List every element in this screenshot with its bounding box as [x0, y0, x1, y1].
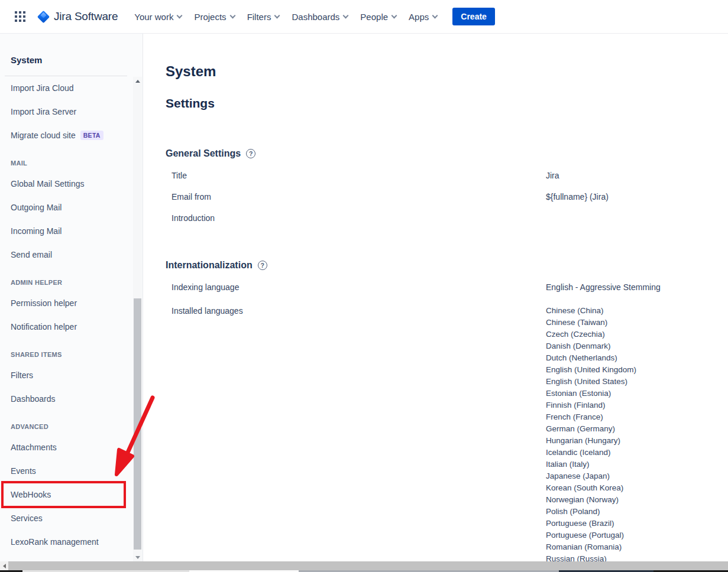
sidebar-item[interactable]: Incoming Mail [0, 219, 143, 243]
nav-menu-item-label: Projects [194, 12, 226, 22]
create-button[interactable]: Create [452, 8, 495, 25]
settings-row: Introduction [166, 207, 728, 229]
language-item: English (United States) [546, 376, 636, 388]
nav-menu-item-label: Filters [247, 12, 271, 22]
nav-menu-item[interactable]: Apps [409, 0, 437, 34]
sidebar-item-label: Permission helper [11, 291, 77, 315]
general-settings-rows: Title Jira Email from ${fullname} (Jira)… [166, 165, 728, 229]
language-item: Chinese (China) [546, 305, 636, 317]
sidebar-item-label: Attachments [11, 436, 57, 459]
scroll-up-button[interactable] [133, 77, 142, 85]
jira-logo[interactable]: Jira Software [35, 10, 118, 23]
page-subtitle: Settings [166, 96, 728, 110]
general-settings-section: General Settings Title Jira Email from $… [166, 148, 728, 229]
language-item: Dutch (Netherlands) [546, 352, 636, 364]
language-item: Chinese (Taiwan) [546, 317, 636, 329]
sidebar-scrollbar-thumb[interactable] [134, 298, 141, 550]
sidebar-group-header-shared-items: SHARED ITEMS [0, 346, 143, 363]
sidebar-group-header-advanced: ADVANCED [0, 418, 143, 436]
sidebar-item-label: Events [11, 459, 36, 483]
scroll-down-button[interactable] [133, 553, 142, 561]
sidebar-item-label: Outgoing Mail [11, 196, 62, 219]
language-item: French (France) [546, 411, 636, 423]
sidebar-item-label: WebHooks [11, 483, 51, 506]
nav-menu-item[interactable]: Filters [247, 0, 280, 34]
sidebar-item[interactable]: Filters [0, 363, 143, 387]
main-menu: Your work Projects Filters Dashboards Pe… [134, 0, 449, 34]
app-name: Jira Software [54, 10, 118, 23]
sidebar-item[interactable]: WebHooks [0, 483, 143, 506]
setting-label: Installed languages [172, 305, 546, 317]
language-item: Portuguese (Brazil) [546, 518, 636, 529]
nav-menu-item-label: Your work [134, 12, 173, 22]
sidebar-item[interactable]: Services [0, 506, 143, 530]
app-switcher-button[interactable] [13, 9, 27, 24]
sidebar-item[interactable]: Attachments [0, 436, 143, 459]
chevron-down-icon [177, 12, 183, 18]
internationalization-section: Internationalization Indexing language E… [166, 260, 728, 561]
nav-menu-item[interactable]: Dashboards [292, 0, 348, 34]
top-navigation: Jira Software Your work Projects Filters… [0, 0, 728, 34]
language-item: German (Germany) [546, 423, 636, 435]
nav-menu-item-label: Dashboards [292, 12, 339, 22]
language-item: Portuguese (Portugal) [546, 529, 636, 541]
chevron-down-icon [229, 12, 235, 18]
nav-menu-item[interactable]: Your work [134, 0, 182, 34]
sidebar-item[interactable]: Notification helper [0, 315, 143, 339]
horizontal-scrollbar[interactable] [0, 561, 728, 570]
installed-languages-list: Chinese (China) Chinese (Taiwan) Czech (… [546, 305, 636, 561]
sidebar-item[interactable]: Send email [0, 243, 143, 266]
page-title: System [166, 64, 728, 79]
language-item: Polish (Poland) [546, 506, 636, 518]
sidebar-item[interactable]: Events [0, 459, 143, 483]
sidebar-item-label: Import Jira Cloud [11, 76, 74, 100]
language-item: Russian (Russia) [546, 553, 636, 561]
setting-label: Introduction [172, 213, 546, 223]
sidebar-item[interactable]: Permission helper [0, 291, 143, 315]
nav-menu-item-label: People [360, 12, 388, 22]
sidebar-group-mail: Global Mail Settings Outgoing Mail Incom… [0, 172, 143, 266]
sidebar-item-label: Global Mail Settings [11, 172, 85, 196]
sidebar-item[interactable]: Import Jira Server [0, 100, 143, 124]
setting-label: Email from [172, 192, 546, 202]
admin-sidebar: System Import Jira Cloud Import Jira Ser… [0, 34, 143, 561]
sidebar-group-header-admin-helper: ADMIN HELPER [0, 274, 143, 291]
sidebar-item[interactable]: Migrate cloud site BETA [0, 124, 143, 147]
scroll-left-button[interactable] [0, 561, 8, 570]
language-item: Czech (Czechia) [546, 329, 636, 340]
section-heading: General Settings [166, 148, 241, 159]
horizontal-scrollbar-thumb[interactable] [8, 561, 728, 570]
language-item: Korean (South Korea) [546, 482, 636, 494]
settings-row: Title Jira [166, 165, 728, 186]
settings-row: Indexing language English - Aggressive S… [166, 277, 728, 298]
sidebar-scrollbar[interactable] [133, 77, 142, 561]
sidebar-title: System [0, 34, 143, 66]
sidebar-item-label: Import Jira Server [11, 100, 76, 124]
section-heading: Internationalization [166, 260, 253, 271]
grid-icon [15, 11, 25, 22]
sidebar-item[interactable]: Dashboards [0, 387, 143, 411]
sidebar-item-label: Filters [11, 363, 33, 387]
sidebar-group-import: Import Jira Cloud Import Jira Server Mig… [0, 76, 143, 147]
language-item: Icelandic (Iceland) [546, 447, 636, 459]
nav-menu-item[interactable]: People [360, 0, 396, 34]
help-icon[interactable] [258, 261, 267, 270]
setting-value: Jira [546, 171, 559, 180]
help-icon[interactable] [246, 149, 255, 158]
sidebar-item-label: LexoRank management [11, 530, 99, 554]
language-item: Italian (Italy) [546, 459, 636, 470]
sidebar-item-label: Send email [11, 243, 52, 266]
chevron-down-icon [432, 12, 438, 18]
sidebar-item[interactable]: LexoRank management [0, 530, 143, 554]
sidebar-item[interactable]: Import Jira Cloud [0, 76, 143, 100]
language-item: Romanian (Romania) [546, 541, 636, 553]
nav-menu-item[interactable]: Projects [194, 0, 234, 34]
settings-row: Email from ${fullname} (Jira) [166, 186, 728, 207]
sidebar-group-admin-helper: Permission helper Notification helper [0, 291, 143, 339]
language-item: Danish (Denmark) [546, 340, 636, 352]
jira-diamond-icon [37, 10, 50, 22]
sidebar-item-label: Incoming Mail [11, 219, 62, 243]
sidebar-item[interactable]: Global Mail Settings [0, 172, 143, 196]
setting-label: Indexing language [172, 282, 546, 292]
sidebar-item[interactable]: Outgoing Mail [0, 196, 143, 219]
